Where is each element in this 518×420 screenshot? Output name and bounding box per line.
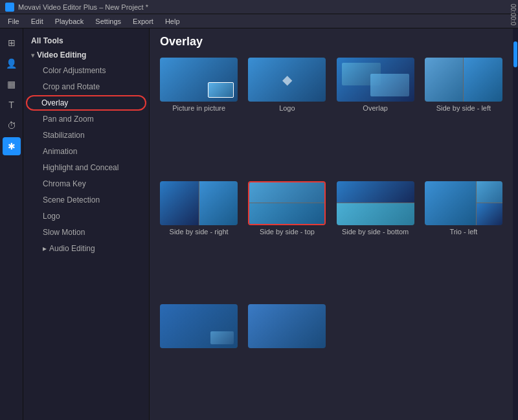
nav-highlight-conceal[interactable]: Highlight and Conceal	[27, 160, 145, 175]
overlay-thumb-pip	[160, 58, 238, 102]
time-display: 00:00:0	[510, 4, 517, 25]
overlay-thumb-sbs-top	[248, 181, 326, 225]
expand-icon: ▸	[43, 244, 47, 253]
overlay-thumb-row3-1	[160, 304, 238, 348]
menu-export[interactable]: Export	[128, 16, 159, 27]
main-area: ⊞ 👤 ▦ T ⏱ ✱ All Tools ▾ Video Editing Co…	[0, 28, 518, 420]
overlay-thumb-sbs-bottom	[337, 181, 414, 225]
overlay-picture-in-picture[interactable]: Picture in picture	[157, 58, 240, 176]
menubar: File Edit Playback Settings Export Help	[0, 14, 518, 28]
overlay-grid: Picture in picture Logo Overlap	[150, 52, 513, 420]
sidebar-icon-person[interactable]: 👤	[3, 54, 21, 72]
icon-sidebar: ⊞ 👤 ▦ T ⏱ ✱	[0, 28, 23, 420]
overlay-logo[interactable]: Logo	[245, 58, 328, 176]
overlay-sbs-bottom[interactable]: Side by side - bottom	[334, 181, 417, 300]
overlay-trio-left[interactable]: Trio - left	[422, 181, 505, 300]
overlay-label-pip: Picture in picture	[172, 104, 225, 112]
title-text: Movavi Video Editor Plus – New Project *	[18, 3, 148, 11]
scroll-thumb[interactable]	[513, 41, 517, 67]
sidebar-icon-text[interactable]: T	[3, 96, 21, 114]
nav-crop-rotate[interactable]: Crop and Rotate	[27, 79, 145, 94]
overlay-label-sbs-top: Side by side - top	[260, 228, 315, 236]
nav-pan-zoom[interactable]: Pan and Zoom	[27, 111, 145, 127]
nav-chroma-key[interactable]: Chroma Key	[27, 176, 145, 192]
overlay-thumb-row3-2	[248, 304, 326, 348]
overlay-label-sbs-bottom: Side by side - bottom	[342, 228, 409, 236]
overlay-thumb-sbs-right	[160, 181, 238, 225]
sidebar-icon-clock[interactable]: ⏱	[3, 116, 21, 135]
sidebar-icon-grid[interactable]: ⊞	[3, 34, 21, 52]
nav-logo[interactable]: Logo	[27, 208, 145, 224]
arrow-icon: ▾	[31, 52, 34, 59]
nav-panel: All Tools ▾ Video Editing Color Adjustme…	[23, 28, 150, 420]
menu-edit[interactable]: Edit	[26, 16, 49, 27]
overlay-label-overlap: Overlap	[363, 104, 388, 112]
menu-file[interactable]: File	[3, 16, 25, 27]
overlay-label-trio-left: Trio - left	[449, 228, 477, 236]
overlay-sbs-left[interactable]: Side by side - left	[422, 58, 505, 176]
overlay-label-sbs-right: Side by side - right	[170, 228, 229, 236]
sidebar-icon-tools[interactable]: ✱	[3, 137, 21, 155]
overlay-sbs-top[interactable]: Side by side - top	[245, 181, 328, 300]
overlay-overlap[interactable]: Overlap	[334, 58, 417, 176]
overlay-row3-2[interactable]	[245, 304, 328, 415]
nav-stabilization[interactable]: Stabilization	[27, 127, 145, 143]
scroll-track[interactable]	[513, 28, 518, 420]
titlebar: Movavi Video Editor Plus – New Project *	[0, 0, 518, 14]
overlay-thumb-sbs-left	[425, 58, 502, 102]
overlay-thumb-logo	[248, 58, 326, 102]
all-tools-header[interactable]: All Tools	[23, 34, 149, 48]
right-scrollbar[interactable]: 00:00:0	[513, 28, 518, 420]
video-editing-header[interactable]: ▾ Video Editing	[23, 48, 149, 62]
nav-animation[interactable]: Animation	[27, 144, 145, 159]
overlay-thumb-overlap	[337, 58, 414, 102]
overlay-label-logo: Logo	[279, 104, 295, 112]
menu-playback[interactable]: Playback	[50, 16, 89, 27]
menu-settings[interactable]: Settings	[90, 16, 126, 27]
app-icon	[5, 3, 14, 12]
nav-audio-editing[interactable]: ▸Audio Editing	[27, 241, 145, 256]
nav-overlay[interactable]: Overlay	[26, 95, 146, 111]
content-area: Overlay Picture in picture Logo Overla	[150, 28, 513, 420]
nav-color-adjustments[interactable]: Color Adjustments	[27, 63, 145, 78]
menu-help[interactable]: Help	[160, 16, 185, 27]
overlay-thumb-trio-left	[425, 181, 502, 225]
content-title: Overlay	[150, 28, 513, 52]
nav-slow-motion[interactable]: Slow Motion	[27, 225, 145, 240]
overlay-row3-1[interactable]	[157, 304, 240, 415]
sidebar-icon-media[interactable]: ▦	[3, 75, 21, 93]
nav-scene-detection[interactable]: Scene Detection	[27, 192, 145, 208]
overlay-sbs-right[interactable]: Side by side - right	[157, 181, 240, 300]
overlay-label-sbs-left: Side by side - left	[436, 104, 491, 112]
video-editing-label: Video Editing	[37, 50, 86, 60]
all-tools-label: All Tools	[31, 36, 63, 45]
